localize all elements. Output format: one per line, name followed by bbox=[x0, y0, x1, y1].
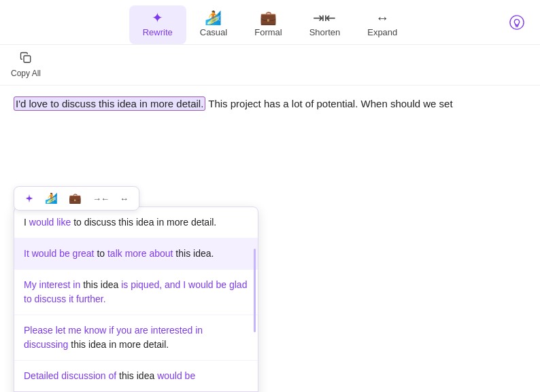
suggestion-4-part-2: this idea in more detail. bbox=[68, 339, 169, 350]
suggestion-3-part-2: this idea bbox=[80, 279, 121, 290]
main-toolbar: ✦ Rewrite 🏄 Casual 💼 Formal ⇥⇤ Shorten ↔… bbox=[0, 0, 540, 45]
inline-expand-button[interactable]: ↔ bbox=[116, 192, 132, 206]
suggestion-item-1[interactable]: I would like to discuss this idea in mor… bbox=[14, 207, 258, 238]
suggestion-1-part-2: would like bbox=[29, 217, 71, 228]
shorten-icon: ⇥⇤ bbox=[313, 11, 336, 24]
suggestion-2-part-4: this idea. bbox=[173, 248, 214, 259]
suggestion-item-4[interactable]: Please let me know if you are interested… bbox=[14, 315, 258, 361]
suggestion-5-part-3: would be bbox=[157, 370, 195, 381]
shorten-label: Shorten bbox=[309, 27, 341, 37]
scroll-indicator bbox=[254, 249, 256, 332]
inline-formal-button[interactable]: 💼 bbox=[65, 190, 85, 207]
expand-icon: ↔ bbox=[375, 11, 389, 24]
rewrite-label: Rewrite bbox=[143, 27, 173, 37]
inline-shorten-button[interactable]: →← bbox=[89, 192, 112, 206]
suggestion-5-part-1: Detailed discussion of bbox=[24, 370, 116, 381]
suggestion-item-3[interactable]: My interest in this idea is piqued, and … bbox=[14, 270, 258, 315]
casual-inline-icon: 🏄 bbox=[45, 192, 58, 204]
suggestion-5-part-2: this idea bbox=[116, 370, 157, 381]
selected-text: I'd love to discuss this idea in more de… bbox=[14, 96, 205, 111]
copy-all-row: Copy All bbox=[0, 45, 540, 86]
casual-label: Casual bbox=[200, 27, 227, 37]
svg-rect-3 bbox=[24, 56, 31, 63]
expand-button[interactable]: ↔ Expand bbox=[354, 5, 411, 44]
formal-inline-icon: 💼 bbox=[69, 192, 82, 204]
suggestion-item-5[interactable]: Detailed discussion of this idea would b… bbox=[14, 361, 258, 391]
inline-sparkle-button[interactable] bbox=[21, 192, 37, 205]
suggestion-1-part-1: I bbox=[24, 217, 29, 228]
text-area: I'd love to discuss this idea in more de… bbox=[14, 96, 526, 112]
toolbar-right bbox=[505, 10, 529, 35]
rewrite-button[interactable]: ✦ Rewrite bbox=[129, 5, 186, 44]
bulb-button[interactable] bbox=[505, 10, 529, 35]
expand-label: Expand bbox=[367, 27, 397, 37]
bulb-icon bbox=[509, 15, 524, 30]
formal-label: Formal bbox=[254, 27, 282, 37]
suggestion-2-part-2: to bbox=[95, 248, 107, 259]
suggestion-item-2[interactable]: It would be great to talk more about thi… bbox=[14, 238, 258, 270]
rewrite-icon: ✦ bbox=[152, 11, 163, 24]
copy-all-label: Copy All bbox=[11, 69, 41, 78]
main-content: I'd love to discuss this idea in more de… bbox=[0, 86, 540, 123]
shorten-button[interactable]: ⇥⇤ Shorten bbox=[296, 5, 354, 44]
suggestion-1-part-3: to discuss this idea in more detail. bbox=[71, 217, 216, 228]
casual-button[interactable]: 🏄 Casual bbox=[186, 5, 241, 44]
formal-icon: 💼 bbox=[260, 11, 277, 24]
inline-casual-button[interactable]: 🏄 bbox=[41, 190, 61, 207]
inline-toolbar: 🏄 💼 →← ↔ bbox=[14, 186, 139, 211]
casual-icon: 🏄 bbox=[205, 11, 222, 24]
suggestion-2-part-1: It would be great bbox=[24, 248, 95, 259]
sparkle-icon bbox=[24, 194, 34, 203]
suggestion-2-part-3: talk more about bbox=[107, 248, 173, 259]
suggestions-panel: I would like to discuss this idea in mor… bbox=[14, 207, 258, 392]
copy-icon bbox=[20, 52, 32, 67]
copy-all-button[interactable]: Copy All bbox=[11, 52, 41, 78]
suggestion-3-part-1: My interest in bbox=[24, 279, 80, 290]
continuation-text: This project has a lot of potential. Whe… bbox=[208, 98, 452, 109]
suggestions-list: I would like to discuss this idea in mor… bbox=[14, 207, 258, 391]
formal-button[interactable]: 💼 Formal bbox=[241, 5, 295, 44]
